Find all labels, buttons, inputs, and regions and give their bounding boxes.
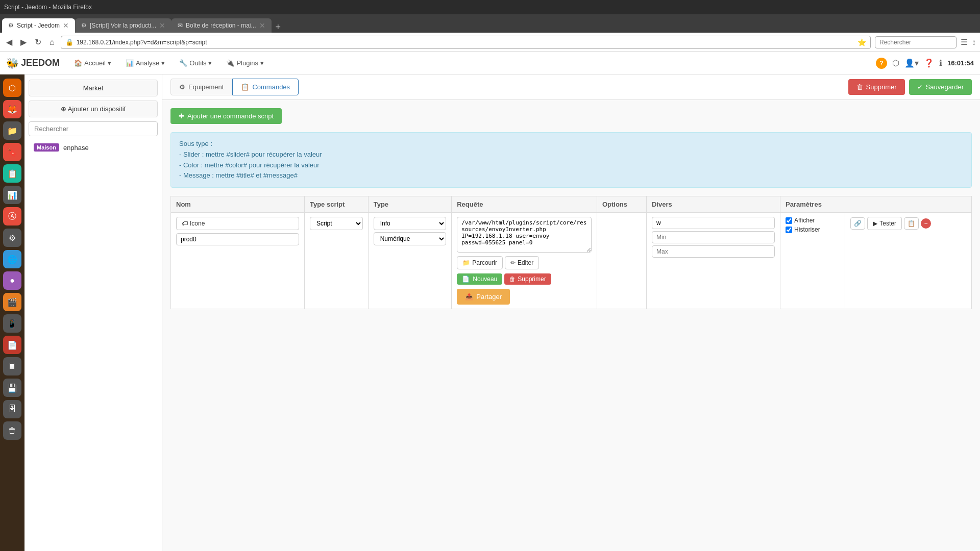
- nouveau-btn[interactable]: 📄 Nouveau: [457, 273, 502, 285]
- tab2-close-btn[interactable]: ✕: [159, 21, 165, 30]
- add-script-btn[interactable]: ✚ Ajouter une commande script: [170, 108, 282, 124]
- sync-icon[interactable]: ↕: [972, 38, 976, 47]
- taskbar-app9[interactable]: 🗄: [3, 400, 21, 418]
- tab-commandes[interactable]: 📋 Commandes: [232, 79, 299, 95]
- taskbar-ubuntu[interactable]: ⬡: [3, 79, 21, 97]
- nav-plugins-label: Plugins: [236, 59, 258, 67]
- sidebar-search-input[interactable]: [29, 121, 158, 136]
- taskbar-pdf[interactable]: 📄: [3, 336, 21, 354]
- nav-accueil-label: Accueil: [84, 59, 106, 67]
- requete-textarea[interactable]: /var/www/html/plugins/script/core/ressou…: [457, 217, 592, 253]
- sidebar-device-enphase[interactable]: Maison enphase: [29, 140, 158, 155]
- editer-btn[interactable]: ✏ Editer: [505, 256, 539, 269]
- taskbar-app7[interactable]: 🖩: [3, 357, 21, 375]
- divers-max-input[interactable]: [652, 245, 775, 258]
- tester-btn[interactable]: ▶ Tester: [867, 217, 902, 230]
- main-layout: ⬡ 🦊 📁 🔖 📋 📊 Ⓐ ⚙ 🌐 ● 🎬 📱 📄 🖩 💾 🗄 🗑 Market…: [0, 74, 980, 551]
- add-device-btn[interactable]: ⊕ Ajouter un dispositif: [29, 101, 158, 117]
- browser-search-input[interactable]: [875, 36, 957, 48]
- app-logo: 🐝 JEEDOM: [6, 57, 60, 69]
- supprimer-row-label: Supprimer: [518, 276, 546, 283]
- link-btn[interactable]: 🔗: [850, 217, 865, 230]
- taskbar-app4[interactable]: Ⓐ: [3, 207, 21, 226]
- tab-close-btn[interactable]: ✕: [63, 21, 69, 30]
- url-bar[interactable]: 🔒 ⭐: [61, 36, 871, 49]
- taskbar-app6[interactable]: 📱: [3, 314, 21, 333]
- tab-equipement[interactable]: ⚙ Equipement: [170, 79, 232, 95]
- browser-tab-active[interactable]: ⚙ Script - Jeedom ✕: [2, 18, 75, 33]
- sub-type-select[interactable]: Numérique: [374, 232, 447, 245]
- taskbar-app3[interactable]: 📊: [3, 186, 21, 204]
- reload-btn[interactable]: ↻: [33, 36, 43, 48]
- add-device-icon: ⊕: [61, 105, 66, 113]
- nav-analyse[interactable]: 📊 Analyse ▾: [119, 55, 171, 71]
- taskbar-browser[interactable]: 🌐: [3, 250, 21, 268]
- tab3-close-btn[interactable]: ✕: [259, 21, 265, 30]
- col-requete: Requête: [452, 196, 597, 213]
- new-tab-btn[interactable]: +: [272, 22, 285, 33]
- copy-btn[interactable]: 📋: [904, 217, 919, 230]
- tag-icon: 🏷: [182, 220, 188, 227]
- user-icon[interactable]: 👤▾: [904, 58, 919, 68]
- historiser-checkbox[interactable]: [786, 227, 792, 233]
- taskbar-files[interactable]: 📁: [3, 121, 21, 140]
- info-nav-icon[interactable]: ℹ: [939, 58, 942, 68]
- notification-badge[interactable]: ?: [876, 58, 887, 69]
- share-icon[interactable]: ⬡: [892, 58, 899, 68]
- col-options: Options: [597, 196, 646, 213]
- edit-icon: ✏: [510, 259, 516, 266]
- taskbar-app5[interactable]: ●: [3, 271, 21, 290]
- nav-plugins[interactable]: 🔌 Plugins ▾: [220, 55, 270, 71]
- nav-outils[interactable]: 🔧 Outils ▾: [173, 55, 218, 71]
- back-btn[interactable]: ◀: [4, 36, 14, 48]
- cell-type-script: Script: [304, 213, 368, 309]
- chevron-down-outils-icon: ▾: [208, 59, 212, 67]
- market-btn[interactable]: Market: [29, 80, 158, 96]
- taskbar-firefox[interactable]: 🦊: [3, 100, 21, 118]
- browser-tabbar: ⚙ Script - Jeedom ✕ ⚙ [Script] Voir la p…: [0, 14, 980, 33]
- chevron-down-icon: ▾: [108, 59, 111, 67]
- sauvegarder-btn[interactable]: ✓ Sauvegarder: [909, 79, 972, 95]
- type-select[interactable]: Info: [374, 217, 447, 230]
- delete-icon: 🗑: [509, 276, 516, 283]
- col-actions: [845, 196, 972, 213]
- commands-table: Nom Type script Type Requête Options Div…: [170, 196, 972, 309]
- nav-accueil[interactable]: 🏠 Accueil ▾: [68, 55, 117, 71]
- url-input[interactable]: [77, 39, 854, 46]
- type-script-select[interactable]: Script: [310, 217, 363, 230]
- add-script-label: Ajouter une commande script: [187, 112, 274, 120]
- cell-parametres: Afficher Historiser: [780, 213, 845, 309]
- browser-tab-3[interactable]: ✉ Boîte de réception - mai... ✕: [172, 18, 271, 33]
- table-row: 🏷 Icone Script: [171, 213, 972, 309]
- taskbar-app8[interactable]: 💾: [3, 379, 21, 397]
- divers-min-input[interactable]: [652, 231, 775, 243]
- cell-row-actions: 🔗 ▶ Tester 📋 −: [845, 213, 972, 309]
- historiser-checkbox-row: Historiser: [786, 226, 840, 233]
- help-icon[interactable]: ❓: [924, 58, 934, 68]
- taskbar-trash[interactable]: 🗑: [3, 421, 21, 440]
- afficher-checkbox[interactable]: [786, 217, 792, 224]
- remove-row-btn[interactable]: −: [921, 218, 931, 229]
- taskbar-app1[interactable]: 🔖: [3, 143, 21, 161]
- plus-icon: ✚: [179, 112, 184, 120]
- taskbar-app2[interactable]: 📋: [3, 164, 21, 183]
- icone-label: Icone: [190, 220, 205, 227]
- forward-btn[interactable]: ▶: [18, 36, 29, 48]
- supprimer-row-btn[interactable]: 🗑 Supprimer: [504, 273, 551, 285]
- analyse-nav-icon: 📊: [126, 59, 134, 67]
- partager-btn[interactable]: 📤 Partager: [457, 289, 510, 305]
- browser-tab-2[interactable]: ⚙ [Script] Voir la producti... ✕: [75, 18, 172, 33]
- icone-btn[interactable]: 🏷 Icone: [176, 217, 299, 230]
- taskbar-vlc[interactable]: 🎬: [3, 293, 21, 311]
- reader-view-icon[interactable]: ☰: [961, 37, 968, 47]
- taskbar-settings[interactable]: ⚙: [3, 229, 21, 247]
- logo-text: JEEDOM: [21, 58, 60, 68]
- supprimer-btn[interactable]: 🗑 Supprimer: [848, 79, 905, 95]
- parcourir-btn[interactable]: 📁 Parcourir: [457, 256, 503, 269]
- nom-input[interactable]: [176, 233, 299, 245]
- browser-titlebar: Script - Jeedom - Mozilla Firefox: [0, 0, 980, 14]
- divers-val-input[interactable]: [652, 217, 775, 229]
- home-btn[interactable]: ⌂: [47, 37, 57, 48]
- table-body: 🏷 Icone Script: [171, 213, 972, 309]
- bookmark-icon[interactable]: ⭐: [857, 38, 866, 46]
